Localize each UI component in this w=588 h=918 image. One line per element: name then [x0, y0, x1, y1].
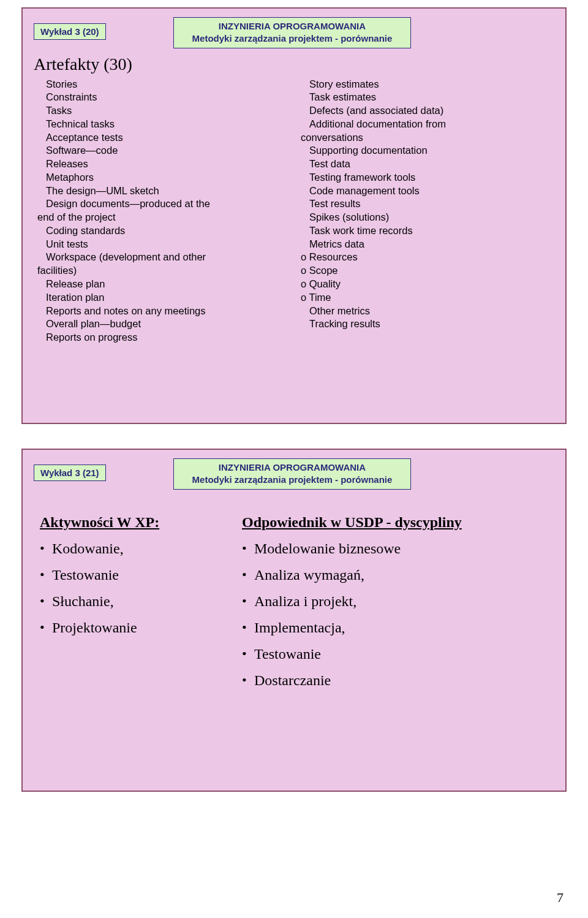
list-item: Software—code — [37, 144, 291, 157]
list-item: Supporting documentation — [301, 144, 554, 157]
list-item: o Time — [301, 291, 554, 305]
list-item: Additional documentation from — [301, 118, 554, 131]
slide2-header-line1: INZYNIERIA OPROGRAMOWANIA — [192, 461, 393, 474]
slide2-right: Odpowiednik w USDP - dyscypliny Modelowa… — [224, 514, 554, 699]
list-item: Technical tasks — [37, 118, 291, 131]
list-item: Analiza wymagań, — [242, 567, 554, 583]
slide1-header-line2: Metodyki zarządzania projektem - porówna… — [192, 32, 393, 45]
list-item: Testing framework tools — [301, 171, 554, 184]
list-item: Metrics data — [301, 238, 554, 251]
list-item: Tasks — [37, 104, 291, 118]
slide1-col-left: Stories Constraints Tasks Technical task… — [34, 78, 297, 344]
list-item: Spikes (solutions) — [301, 211, 554, 224]
slide2-header-line2: Metodyki zarządzania projektem - porówna… — [192, 474, 393, 486]
slide2-top-row: Wykład 3 (21) INZYNIERIA OPROGRAMOWANIA … — [34, 458, 554, 490]
list-item: Stories — [37, 78, 291, 91]
list-item: Design documents—produced at the — [37, 197, 291, 211]
slide2-header-box: INZYNIERIA OPROGRAMOWANIA Metodyki zarzą… — [173, 458, 412, 490]
slide2-label-box: Wykład 3 (21) — [34, 465, 106, 481]
list-item: Test results — [301, 197, 554, 211]
list-item-cont: end of the project — [37, 211, 291, 224]
slide1-columns: Stories Constraints Tasks Technical task… — [34, 78, 554, 344]
list-item: Projektowanie — [40, 620, 224, 636]
list-item: Testowanie — [242, 646, 554, 662]
list-item: Testowanie — [40, 567, 224, 583]
list-item: Unit tests — [37, 238, 291, 251]
slide1-top-row: Wykład 3 (20) INZYNIERIA OPROGRAMOWANIA … — [34, 17, 554, 48]
list-item-cont: conversations — [301, 131, 554, 145]
list-item: Metaphors — [37, 171, 291, 184]
list-item: Reports and notes on any meetings — [37, 305, 291, 318]
list-item: Story estimates — [301, 78, 554, 91]
list-item: Coding standards — [37, 224, 291, 238]
slide2-left: Aktywności W XP: Kodowanie, Testowanie S… — [34, 514, 224, 699]
usdp-heading: Odpowiednik w USDP - dyscypliny — [242, 514, 554, 531]
list-item: Release plan — [37, 278, 291, 291]
list-item: Other metrics — [301, 305, 554, 318]
slide1-col-right: Story estimates Task estimates Defects (… — [297, 78, 554, 344]
list-item: Defects (and associated data) — [301, 104, 554, 118]
slide-2: Wykład 3 (21) INZYNIERIA OPROGRAMOWANIA … — [21, 449, 567, 792]
slide1-header-line1: INZYNIERIA OPROGRAMOWANIA — [192, 20, 393, 32]
list-item: Task estimates — [301, 91, 554, 104]
list-item: Constraints — [37, 91, 291, 104]
list-item: Iteration plan — [37, 291, 291, 305]
slide-1: Wykład 3 (20) INZYNIERIA OPROGRAMOWANIA … — [21, 7, 567, 424]
slide1-title: Artefakty (30) — [34, 55, 554, 74]
list-item: Analiza i projekt, — [242, 593, 554, 610]
list-item: Acceptance tests — [37, 131, 291, 145]
list-item: o Quality — [301, 278, 554, 291]
list-item: Task work time records — [301, 224, 554, 238]
usdp-list: Modelowanie biznesowe Analiza wymagań, A… — [242, 541, 554, 689]
list-item: o Scope — [301, 264, 554, 278]
list-item: Workspace (development and other — [37, 251, 291, 264]
list-item: Reports on progress — [37, 331, 291, 344]
list-item: Dostarczanie — [242, 672, 554, 689]
list-item-cont: facilities) — [37, 264, 291, 278]
list-item: Test data — [301, 157, 554, 171]
xp-heading: Aktywności W XP: — [40, 514, 224, 531]
slide2-body: Aktywności W XP: Kodowanie, Testowanie S… — [34, 514, 554, 699]
list-item: The design—UML sketch — [37, 184, 291, 198]
list-item: Implementacja, — [242, 620, 554, 636]
list-item: o Resources — [301, 251, 554, 264]
list-item: Code management tools — [301, 184, 554, 198]
slide1-header-box: INZYNIERIA OPROGRAMOWANIA Metodyki zarzą… — [173, 17, 412, 48]
list-item: Modelowanie biznesowe — [242, 541, 554, 557]
list-item: Overall plan—budget — [37, 317, 291, 331]
list-item: Tracking results — [301, 317, 554, 331]
list-item: Słuchanie, — [40, 593, 224, 610]
slide1-label-box: Wykład 3 (20) — [34, 23, 106, 40]
list-item: Releases — [37, 157, 291, 171]
list-item: Kodowanie, — [40, 541, 224, 557]
xp-list: Kodowanie, Testowanie Słuchanie, Projekt… — [40, 541, 224, 636]
